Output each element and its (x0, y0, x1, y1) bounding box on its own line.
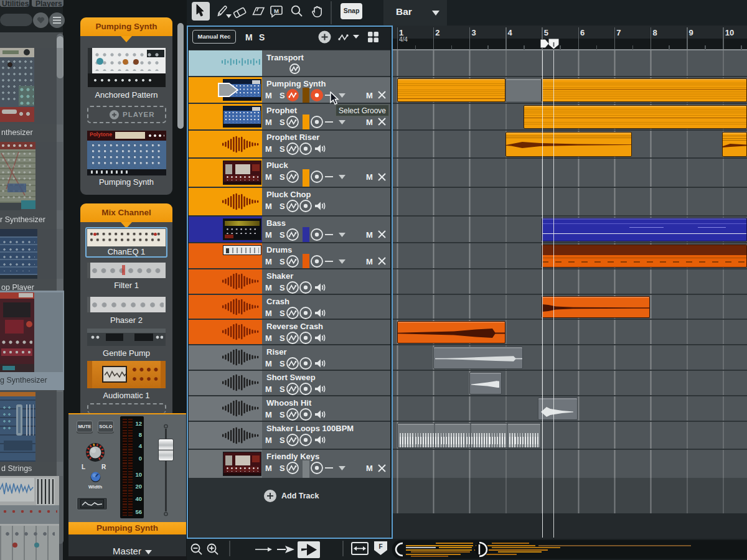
svg-text:M: M (274, 7, 279, 14)
svg-text:F: F (378, 543, 382, 550)
